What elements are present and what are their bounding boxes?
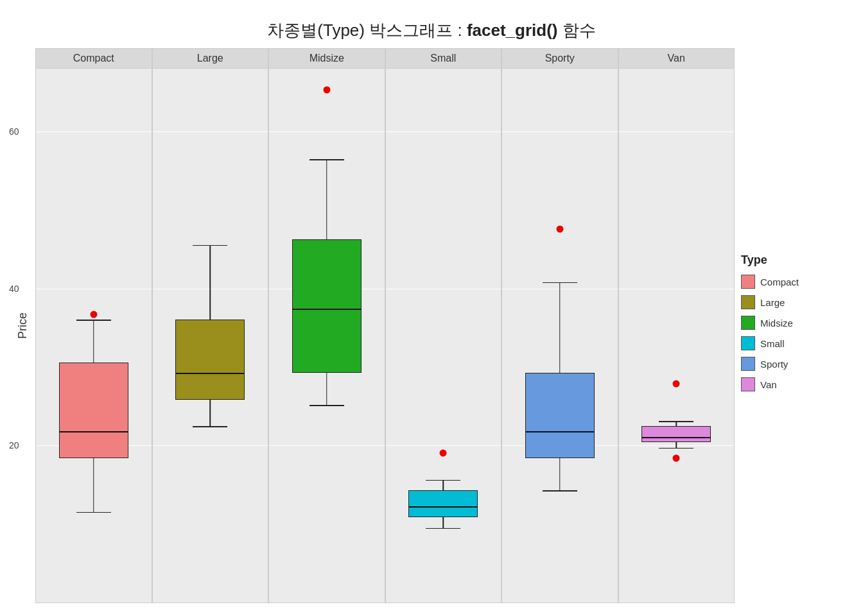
box-rect-compact [59,363,128,459]
facet-plot-compact: 204060 [36,69,152,603]
box-rect-sporty [525,373,595,458]
grid-line [502,132,618,132]
facet-plot-midsize [269,69,385,603]
legend: Type Compact Large Midsize Small Sporty … [735,48,850,603]
median-line-large [176,373,244,374]
grid-line [269,445,385,446]
facet-panel-small: Small [385,48,502,603]
chart-container: 차종별(Type) 박스그래프 : facet_grid() 함수 Price … [0,0,863,616]
outlier-compact-0 [90,311,97,318]
legend-label-midsize: Midsize [760,318,793,329]
facet-panel-midsize: Midsize [268,48,385,603]
whisker-cap-bottom-van [659,448,693,449]
y-tick-60: 60 [9,126,152,137]
legend-label-van: Van [760,379,777,390]
grid-line [153,445,268,446]
legend-label-sporty: Sporty [760,359,788,370]
facet-plot-large [153,69,268,603]
outlier-van-0 [673,380,680,387]
facet-panel-compact: Compact204060 [35,48,152,603]
whisker-cap-bottom-midsize [309,405,344,406]
median-line-van [642,437,710,438]
facet-plot-small [386,69,501,603]
outlier-small-0 [440,450,447,457]
legend-item-van: Van [741,377,844,391]
whisker-top-compact [93,320,94,363]
whisker-cap-bottom-large [193,426,227,427]
legend-label-large: Large [760,297,785,308]
facet-header-van: Van [619,49,735,69]
whisker-cap-top-large [193,245,227,246]
grid-line [386,132,501,132]
legend-item-compact: Compact [741,275,844,289]
grid-line [386,289,501,289]
box-rect-small [408,490,478,517]
legend-item-midsize: Midsize [741,316,844,330]
whisker-top-large [210,245,211,320]
outlier-van-1 [673,455,680,462]
whisker-bottom-small [443,517,444,528]
legend-swatch-sporty [741,357,755,371]
whisker-bottom-van [676,442,677,447]
grid-line [619,289,735,289]
legend-swatch-midsize [741,316,755,330]
whisker-cap-top-small [426,480,460,481]
legend-swatch-van [741,377,755,391]
whisker-bottom-midsize [326,373,327,405]
box-rect-midsize [292,239,362,373]
whisker-cap-top-midsize [309,159,344,160]
whisker-cap-top-van [659,421,693,422]
legend-title: Type [741,253,844,267]
facet-header-sporty: Sporty [502,49,618,69]
legend-swatch-large [741,295,755,309]
grid-line [153,132,268,132]
legend-label-compact: Compact [760,277,799,287]
facets-row: Compact204060LargeMidsizeSmallSportyVan [35,48,735,603]
legend-swatch-compact [741,275,755,289]
facet-header-small: Small [386,49,501,69]
legend-label-small: Small [760,338,785,349]
grid-line [269,132,385,132]
outlier-sporty-0 [556,225,563,232]
title-part2: facet_grid() [467,21,558,40]
title-part3: 함수 [557,21,595,40]
facet-panel-large: Large [152,48,269,603]
whisker-bottom-compact [93,458,94,511]
facet-plot-sporty [502,69,618,603]
chart-body: Price Compact204060LargeMidsizeSmallSpor… [13,48,850,603]
legend-swatch-small [741,336,755,350]
facet-plot-van [619,69,735,603]
box-rect-large [175,320,245,400]
y-tick-40: 40 [9,284,152,294]
facet-panel-sporty: Sporty [501,48,618,603]
outlier-midsize-0 [323,87,330,94]
box-rect-van [641,426,711,442]
facet-header-compact: Compact [36,49,152,69]
median-line-sporty [526,431,594,432]
facet-panel-van: Van [618,48,735,603]
whisker-top-sporty [559,282,561,373]
median-line-compact [60,431,128,432]
legend-item-sporty: Sporty [741,357,844,371]
whisker-cap-bottom-sporty [543,490,577,492]
title-part1: 차종별(Type) 박스그래프 : [267,21,467,40]
grid-line [619,132,735,132]
whisker-bottom-large [210,400,211,427]
whisker-cap-bottom-compact [76,512,111,513]
whisker-cap-bottom-small [426,528,460,529]
legend-item-large: Large [741,295,844,309]
whisker-bottom-sporty [559,458,561,490]
whisker-top-midsize [326,159,327,239]
grid-line [386,445,501,446]
chart-title: 차종별(Type) 박스그래프 : facet_grid() 함수 [13,19,850,42]
facet-header-midsize: Midsize [269,49,385,69]
median-line-small [409,506,477,508]
legend-item-small: Small [741,336,844,350]
facet-header-large: Large [153,49,268,69]
whisker-cap-top-compact [76,320,111,321]
whisker-top-small [443,480,444,491]
median-line-midsize [293,309,361,310]
whisker-cap-top-sporty [543,282,577,284]
plot-area: Compact204060LargeMidsizeSmallSportyVan [35,48,735,603]
